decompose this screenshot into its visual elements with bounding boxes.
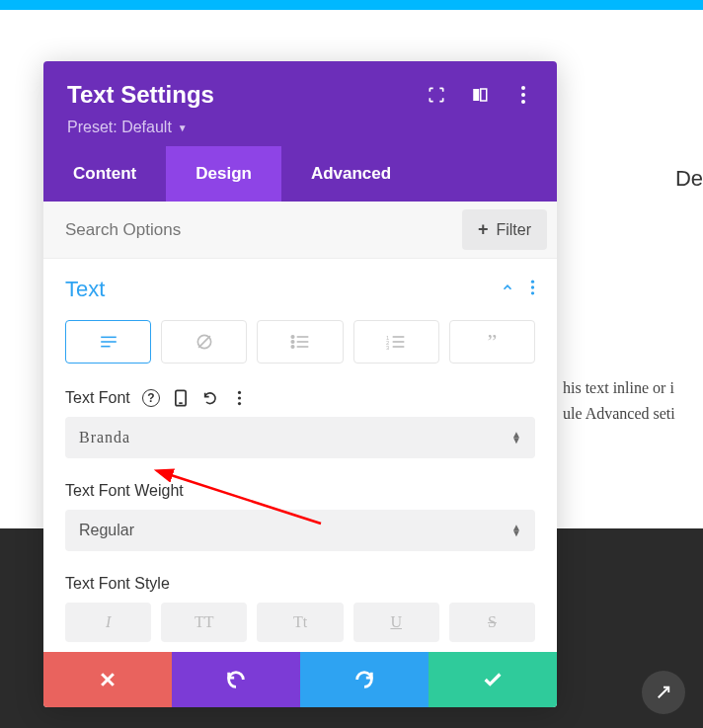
font-style-row: I TT Tt U S bbox=[65, 603, 535, 642]
style-underline[interactable]: U bbox=[353, 603, 439, 642]
section-header: Text bbox=[65, 277, 535, 302]
tab-content[interactable]: Content bbox=[43, 146, 166, 202]
chevron-down-icon: ▼ bbox=[178, 122, 188, 133]
filter-button[interactable]: + Filter bbox=[462, 209, 547, 250]
svg-point-5 bbox=[531, 281, 534, 283]
undo-button[interactable] bbox=[172, 652, 300, 707]
expand-icon[interactable] bbox=[427, 85, 446, 105]
filter-label: Filter bbox=[496, 221, 531, 239]
device-icon[interactable] bbox=[172, 389, 190, 407]
style-strike[interactable]: S bbox=[449, 603, 535, 642]
page-top-bar bbox=[0, 0, 703, 10]
weight-select[interactable]: Regular ▲▼ bbox=[65, 510, 535, 551]
svg-point-4 bbox=[521, 100, 525, 104]
panel-header-icons bbox=[427, 85, 533, 105]
font-mini-icons: ? bbox=[142, 389, 249, 407]
plus-icon: + bbox=[478, 219, 489, 240]
svg-point-29 bbox=[238, 402, 241, 405]
background-text-right: De bbox=[675, 166, 703, 192]
panel-body: Text bbox=[43, 259, 557, 652]
svg-rect-1 bbox=[481, 89, 487, 101]
font-select[interactable]: Branda ▲▼ bbox=[65, 417, 535, 458]
save-button[interactable] bbox=[429, 652, 557, 707]
columns-icon[interactable] bbox=[470, 85, 490, 105]
collapse-icon[interactable] bbox=[501, 281, 514, 298]
seg-paragraph[interactable] bbox=[65, 320, 151, 364]
font-label-row: Text Font ? bbox=[65, 389, 535, 407]
panel-header-row: Text Settings bbox=[67, 81, 533, 109]
font-select-value: Branda bbox=[79, 429, 130, 446]
font-more-icon[interactable] bbox=[231, 389, 249, 407]
reset-icon[interactable] bbox=[201, 389, 219, 407]
page-canvas: De his text inline or i ule Advanced set… bbox=[0, 10, 703, 728]
tab-design[interactable]: Design bbox=[166, 146, 281, 202]
svg-text:3: 3 bbox=[386, 345, 389, 351]
section-title-text[interactable]: Text bbox=[65, 277, 105, 302]
svg-point-15 bbox=[291, 341, 294, 344]
tab-advanced[interactable]: Advanced bbox=[281, 146, 421, 202]
weight-select-value: Regular bbox=[79, 522, 134, 539]
close-button[interactable] bbox=[43, 652, 172, 707]
preset-label: Preset: Default bbox=[67, 119, 172, 136]
seg-link[interactable] bbox=[161, 320, 247, 364]
text-type-segmented: 123 ” bbox=[65, 320, 535, 364]
more-icon[interactable] bbox=[513, 85, 533, 105]
style-uppercase[interactable]: TT bbox=[161, 603, 247, 642]
search-row: + Filter bbox=[43, 202, 557, 259]
quote-icon: ” bbox=[488, 329, 498, 355]
svg-point-17 bbox=[291, 346, 294, 349]
panel-header: Text Settings bbox=[43, 61, 557, 146]
section-actions bbox=[501, 279, 535, 300]
seg-ul[interactable] bbox=[257, 320, 343, 364]
help-icon[interactable]: ? bbox=[142, 389, 160, 407]
svg-point-3 bbox=[521, 93, 525, 97]
bottom-action-bar bbox=[43, 652, 557, 707]
updown-icon-2: ▲▼ bbox=[511, 525, 521, 536]
svg-point-28 bbox=[238, 396, 241, 399]
style-label: Text Font Style bbox=[65, 575, 535, 593]
preset-dropdown[interactable]: Preset: Default ▼ bbox=[67, 119, 533, 136]
settings-panel: Text Settings bbox=[43, 61, 557, 707]
background-handwriting: his text inline or i ule Advanced seti bbox=[563, 375, 675, 426]
updown-icon: ▲▼ bbox=[511, 432, 521, 444]
svg-rect-0 bbox=[473, 89, 479, 101]
svg-point-6 bbox=[531, 285, 534, 288]
svg-point-2 bbox=[521, 86, 525, 90]
bg-hand-line1: his text inline or i bbox=[563, 375, 675, 401]
font-label: Text Font bbox=[65, 389, 130, 407]
seg-quote[interactable]: ” bbox=[449, 320, 535, 364]
section-more-icon[interactable] bbox=[530, 279, 535, 300]
panel-title: Text Settings bbox=[67, 81, 214, 109]
corner-fab[interactable] bbox=[642, 671, 685, 714]
svg-point-27 bbox=[238, 391, 241, 394]
svg-point-13 bbox=[291, 336, 294, 339]
panel-tabs: Content Design Advanced bbox=[43, 146, 557, 202]
style-capitalize[interactable]: Tt bbox=[257, 603, 343, 642]
weight-label: Text Font Weight bbox=[65, 482, 535, 500]
seg-ol[interactable]: 123 bbox=[353, 320, 439, 364]
svg-line-12 bbox=[198, 336, 210, 348]
search-input[interactable] bbox=[43, 202, 452, 258]
redo-button[interactable] bbox=[300, 652, 429, 707]
svg-point-7 bbox=[531, 291, 534, 294]
bg-hand-line2: ule Advanced seti bbox=[563, 401, 675, 427]
style-italic[interactable]: I bbox=[65, 603, 151, 642]
